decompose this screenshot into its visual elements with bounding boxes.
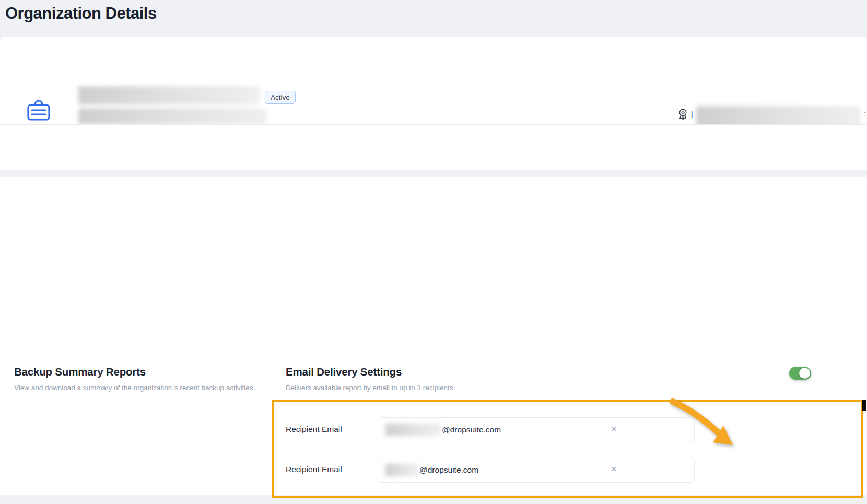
email-delivery-section: Email Delivery Settings Delivers availab… — [286, 366, 704, 392]
email-local-part-redacted — [385, 464, 418, 476]
partner-prefix: [ — [691, 109, 693, 118]
recipient-row-2: Recipient Email @dropsuite.com × — [286, 458, 719, 483]
email-delivery-title: Email Delivery Settings — [286, 366, 704, 378]
status-badge: Active — [265, 91, 296, 104]
organization-details-screen: Organization Details Active — [0, 0, 867, 504]
recipient-row-1: Recipient Email @dropsuite.com × — [286, 417, 719, 442]
org-name-redacted — [78, 86, 260, 104]
main-content-card: Backup Summary Reports View and download… — [0, 177, 867, 495]
page-header: Organization Details — [0, 0, 867, 36]
recipient-email-input-2[interactable]: @dropsuite.com — [378, 458, 695, 483]
screen-edge-artifact — [862, 400, 866, 411]
email-local-part-redacted — [385, 424, 441, 436]
bottom-strip — [0, 495, 867, 504]
email-domain-text: @dropsuite.com — [442, 425, 501, 435]
organization-card: Active Paid Plan - - USD 0.0/Month — [0, 37, 867, 124]
backup-summary-title: Backup Summary Reports — [14, 366, 270, 378]
email-delivery-description: Delivers available report by email to up… — [286, 384, 704, 392]
recipient-email-label: Recipient Email — [286, 465, 342, 474]
page-title: Organization Details — [5, 4, 157, 23]
briefcase-icon — [27, 99, 51, 121]
recipient-email-label: Recipient Email — [286, 425, 342, 434]
email-domain-text: @dropsuite.com — [419, 465, 478, 475]
backup-summary-section: Backup Summary Reports View and download… — [14, 366, 270, 392]
remove-recipient-icon[interactable]: × — [611, 464, 617, 474]
backup-summary-description: View and download a summary of the organ… — [14, 384, 270, 392]
tabs-card: General Reports Login Accounts Subscript… — [0, 124, 867, 170]
toggle-knob — [799, 368, 810, 379]
award-icon — [678, 109, 688, 120]
org-subtitle-redacted — [78, 108, 267, 124]
recipient-email-input-1[interactable]: @dropsuite.com — [378, 417, 695, 442]
remove-recipient-icon[interactable]: × — [611, 424, 617, 433]
email-delivery-toggle[interactable] — [789, 367, 811, 380]
partner-suffix: : — [864, 109, 866, 118]
